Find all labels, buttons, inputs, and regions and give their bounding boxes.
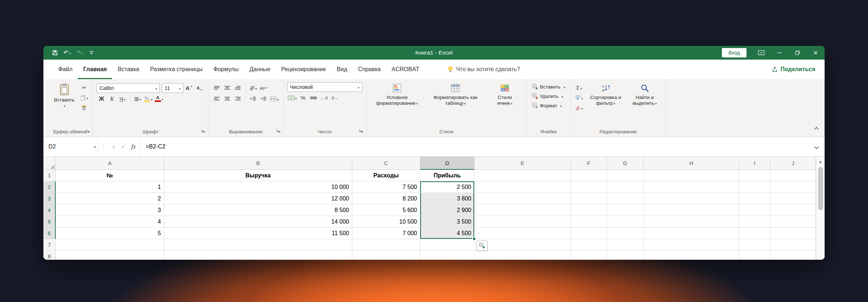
cell-A2[interactable]: 1: [56, 181, 164, 193]
cell-G8[interactable]: [607, 251, 644, 260]
cell-D8[interactable]: [420, 251, 475, 260]
autosum-button[interactable]: Σ: [574, 83, 584, 92]
conditional-formatting-button[interactable]: Условное форматирование: [370, 82, 424, 107]
signin-button[interactable]: Вход: [722, 48, 746, 57]
underline-button[interactable]: Ч: [118, 94, 127, 104]
cell-F7[interactable]: [571, 239, 607, 251]
cell-I2[interactable]: [739, 181, 770, 193]
cell-J6[interactable]: [770, 228, 816, 239]
cell-A5[interactable]: 4: [56, 216, 164, 228]
cell-G2[interactable]: [607, 181, 644, 193]
decrease-indent-button[interactable]: [248, 94, 258, 104]
column-header-D[interactable]: D: [420, 157, 475, 170]
column-header-F[interactable]: F: [571, 157, 607, 170]
format-as-table-button[interactable]: Форматировать как таблицу: [426, 82, 485, 107]
cell-B1[interactable]: Выручка: [164, 170, 352, 181]
insert-cells-button[interactable]: Вставить: [531, 82, 567, 91]
ribbon-tab-home[interactable]: Главная: [78, 60, 112, 79]
name-box[interactable]: D2: [43, 137, 98, 156]
cell-A7[interactable]: [56, 239, 164, 251]
cell-H2[interactable]: [644, 181, 739, 193]
minimize-button[interactable]: ─: [770, 46, 788, 60]
vertical-scrollbar[interactable]: ▲: [816, 157, 825, 260]
cell-H5[interactable]: [644, 216, 739, 228]
cell-H4[interactable]: [644, 204, 739, 216]
column-header-J[interactable]: J: [770, 157, 816, 170]
cell-A1[interactable]: №: [56, 170, 164, 181]
cell-C5[interactable]: 10 500: [352, 216, 420, 228]
insert-function-button[interactable]: fx: [131, 143, 136, 150]
column-header-A[interactable]: A: [56, 157, 164, 170]
font-size-combo[interactable]: 11: [162, 83, 183, 93]
cell-G5[interactable]: [607, 216, 644, 228]
cell-G6[interactable]: [607, 228, 644, 239]
cell-G7[interactable]: [607, 239, 644, 251]
customize-qat-button[interactable]: [89, 51, 94, 55]
cell-C4[interactable]: 5 600: [352, 204, 420, 216]
cell-J4[interactable]: [770, 204, 816, 216]
cell-D3[interactable]: 3 800: [420, 193, 475, 204]
font-name-combo[interactable]: Calibri: [97, 83, 160, 93]
ribbon-tab-page-layout[interactable]: Разметка страницы: [145, 60, 208, 79]
cell-D6[interactable]: 4 500: [420, 228, 475, 239]
clipboard-dialog-launcher[interactable]: [86, 129, 91, 134]
cell-J5[interactable]: [770, 216, 816, 228]
cell-A8[interactable]: [56, 251, 164, 260]
fill-color-button[interactable]: [143, 94, 153, 104]
cell-F2[interactable]: [571, 181, 607, 193]
cell-G4[interactable]: [607, 204, 644, 216]
cell-B7[interactable]: [164, 239, 352, 251]
copy-button[interactable]: [79, 93, 89, 103]
cell-A3[interactable]: 2: [56, 193, 164, 204]
format-painter-button[interactable]: [79, 103, 89, 113]
cell-F6[interactable]: [571, 228, 607, 239]
align-center-button[interactable]: [222, 94, 232, 104]
cell-C8[interactable]: [352, 251, 420, 260]
cell-I4[interactable]: [739, 204, 770, 216]
font-dialog-launcher[interactable]: [201, 129, 206, 134]
align-left-button[interactable]: [212, 94, 222, 104]
cell-B6[interactable]: 11 500: [164, 228, 352, 239]
formula-input[interactable]: =B2-C2: [141, 137, 808, 156]
ribbon-tab-review[interactable]: Рецензирование: [276, 60, 331, 79]
cell-F5[interactable]: [571, 216, 607, 228]
share-button[interactable]: Поделиться: [772, 60, 815, 79]
wrap-text-button[interactable]: ab↩: [259, 83, 268, 93]
fill-button[interactable]: [574, 93, 584, 103]
cell-E2[interactable]: [475, 181, 571, 193]
cell-B5[interactable]: 14 000: [164, 216, 352, 228]
name-box-dropdown-icon[interactable]: [94, 145, 96, 149]
cell-C6[interactable]: 7 000: [352, 228, 420, 239]
close-button[interactable]: ×: [807, 46, 825, 60]
row-header-7[interactable]: 7: [43, 239, 56, 251]
cut-button[interactable]: ✂: [79, 83, 89, 92]
number-format-combo[interactable]: Числовой: [287, 82, 362, 92]
ribbon-tab-view[interactable]: Вид: [331, 60, 353, 79]
expand-formula-bar-button[interactable]: [808, 137, 825, 156]
ribbon-tab-insert[interactable]: Вставка: [112, 60, 144, 79]
row-header-4[interactable]: 4: [43, 204, 56, 216]
cell-H8[interactable]: [644, 251, 739, 260]
ribbon-tab-file[interactable]: Файл: [53, 60, 78, 79]
row-header-3[interactable]: 3: [43, 193, 56, 204]
cell-J1[interactable]: [770, 170, 816, 181]
cell-A4[interactable]: 3: [56, 204, 164, 216]
cell-G1[interactable]: [607, 170, 644, 181]
fill-handle[interactable]: [472, 237, 476, 241]
cell-H1[interactable]: [644, 170, 739, 181]
merge-center-button[interactable]: [269, 94, 280, 104]
format-cells-button[interactable]: Формат: [531, 101, 567, 110]
redo-button[interactable]: ↷▾: [76, 49, 83, 56]
column-header-H[interactable]: H: [644, 157, 739, 170]
cell-C7[interactable]: [352, 239, 420, 251]
cell-E8[interactable]: [475, 251, 571, 260]
find-select-button[interactable]: Найти и выделить: [627, 82, 662, 107]
accounting-format-button[interactable]: [287, 93, 298, 103]
font-color-button[interactable]: А: [154, 94, 164, 104]
ribbon-tab-help[interactable]: Справка: [353, 60, 386, 79]
cell-I1[interactable]: [739, 170, 770, 181]
cancel-entry-button[interactable]: ×: [112, 144, 115, 150]
column-header-C[interactable]: C: [352, 157, 420, 170]
cell-D5[interactable]: 3 500: [420, 216, 475, 228]
orientation-button[interactable]: ab: [248, 83, 258, 93]
